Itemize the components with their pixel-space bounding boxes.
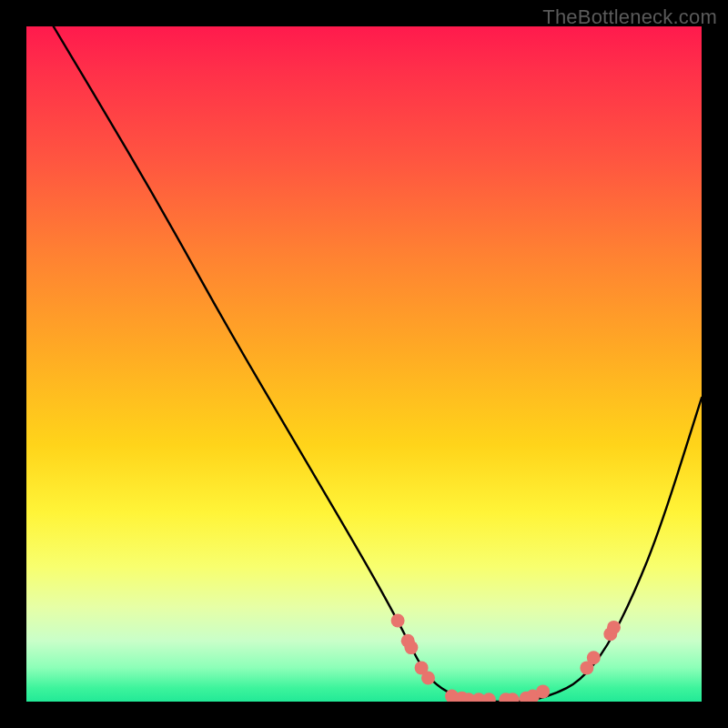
scatter-dot — [404, 641, 418, 654]
scatter-dot — [421, 672, 435, 685]
scatter-dot — [482, 693, 496, 702]
curve-layer — [26, 26, 702, 702]
scatter-dot — [587, 651, 601, 664]
chart-container: TheBottleneck.com — [0, 0, 728, 728]
scatter-dot — [607, 621, 621, 634]
watermark-text: TheBottleneck.com — [542, 5, 717, 29]
bottleneck-curve — [54, 26, 702, 702]
plot-area — [26, 26, 702, 702]
scatter-dots — [391, 614, 621, 703]
scatter-dot — [536, 684, 550, 698]
scatter-dot — [391, 614, 405, 628]
